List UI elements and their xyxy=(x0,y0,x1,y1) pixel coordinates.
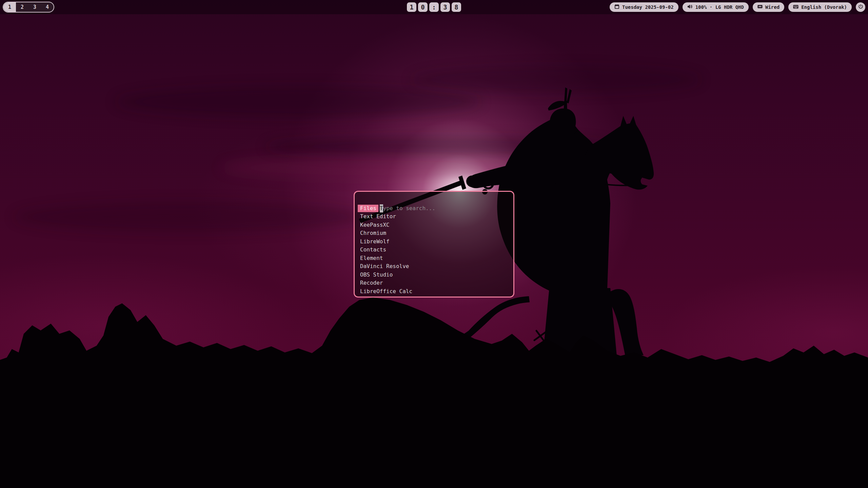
launcher-item-label: Chromium xyxy=(360,230,386,236)
launcher-item[interactable]: Chromium xyxy=(360,229,510,238)
network-pill[interactable]: Wired xyxy=(753,2,784,12)
launcher-item-label: Contacts xyxy=(360,246,386,253)
speaker-icon xyxy=(687,4,693,10)
rider-fist xyxy=(466,176,478,187)
launcher-item[interactable]: OBS Studio xyxy=(360,271,510,279)
clock-digit: 0 xyxy=(418,2,428,12)
launcher-item-label: KeePassXC xyxy=(360,222,390,228)
power-button[interactable] xyxy=(856,2,865,12)
workspace-button-1[interactable]: 1 xyxy=(3,2,16,12)
power-icon xyxy=(858,4,863,10)
launcher-item[interactable]: Recoder xyxy=(360,279,510,287)
launcher-item[interactable]: LibreOffice Calc xyxy=(360,287,510,296)
workspace-button-3[interactable]: 3 xyxy=(28,2,41,12)
keyboard-layout-label: English (Dvorak) xyxy=(801,4,847,10)
launcher-item[interactable]: LibreWolf xyxy=(360,238,510,246)
keyboard-icon xyxy=(793,4,798,10)
desktop: 1234 10:38 Tuesday 2025-09-02 100% · LG … xyxy=(0,0,868,488)
launcher-item-label: LibreOffice Calc xyxy=(360,288,412,294)
app-launcher: Type to search... FilesText EditorKeePas… xyxy=(354,191,514,298)
clock-digit: 3 xyxy=(440,2,450,12)
launcher-results: FilesText EditorKeePassXCChromiumLibreWo… xyxy=(360,204,510,296)
workspace-button-2[interactable]: 2 xyxy=(16,2,28,12)
launcher-item-label: OBS Studio xyxy=(360,271,393,278)
clock-digit: 1 xyxy=(407,2,416,12)
clock-digit: 8 xyxy=(452,2,461,12)
launcher-item[interactable]: Text Editor xyxy=(360,212,510,221)
system-tray: Tuesday 2025-09-02 100% · LG HDR QHD Wir… xyxy=(610,2,865,12)
search-input[interactable]: Type to search... xyxy=(360,196,510,204)
launcher-item-label: Files xyxy=(358,205,378,212)
top-bar: 1234 10:38 Tuesday 2025-09-02 100% · LG … xyxy=(0,0,868,14)
ground-silhouette xyxy=(0,298,868,488)
date-label: Tuesday 2025-09-02 xyxy=(622,4,674,10)
date-pill[interactable]: Tuesday 2025-09-02 xyxy=(610,2,678,12)
launcher-item-label: LibreWolf xyxy=(360,238,390,245)
volume-pill[interactable]: 100% · LG HDR QHD xyxy=(683,2,749,12)
clock: 10:38 xyxy=(407,2,461,12)
clock-digit: : xyxy=(429,2,439,12)
launcher-item[interactable]: DaVinci Resolve xyxy=(360,262,510,271)
ethernet-icon xyxy=(757,4,763,10)
text-cursor: T xyxy=(380,204,383,213)
launcher-item-label: Recoder xyxy=(360,280,383,286)
network-label: Wired xyxy=(765,4,780,10)
calendar-icon xyxy=(614,4,619,10)
volume-label: 100% · LG HDR QHD xyxy=(695,4,744,10)
launcher-item[interactable]: KeePassXC xyxy=(360,221,510,229)
launcher-item[interactable]: Contacts xyxy=(360,246,510,254)
launcher-item[interactable]: Element xyxy=(360,254,510,263)
search-placeholder: ype to search... xyxy=(383,205,435,211)
launcher-item-label: Text Editor xyxy=(360,213,396,220)
keyboard-layout-pill[interactable]: English (Dvorak) xyxy=(788,2,852,12)
workspace-switcher[interactable]: 1234 xyxy=(3,2,54,13)
launcher-item-label: Element xyxy=(360,255,383,261)
launcher-item-label: DaVinci Resolve xyxy=(360,263,409,269)
workspace-button-4[interactable]: 4 xyxy=(41,2,54,12)
